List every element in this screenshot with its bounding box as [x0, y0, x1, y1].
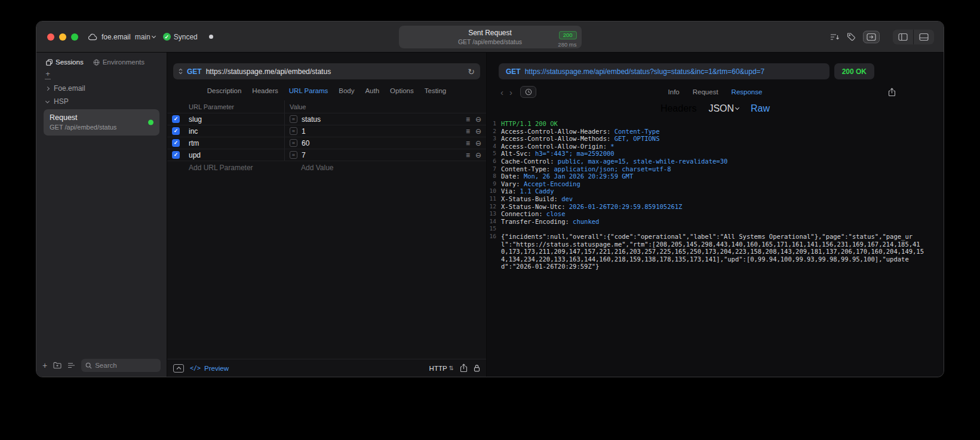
- request-tab-description[interactable]: Description: [207, 87, 242, 94]
- response-tab-info[interactable]: Info: [668, 88, 680, 96]
- resend-icon[interactable]: ↻: [468, 67, 475, 76]
- request-tab-url-params[interactable]: URL Params: [289, 87, 328, 94]
- param-value[interactable]: 7: [302, 151, 306, 159]
- export-response-icon[interactable]: [888, 88, 896, 97]
- param-row: ✓upd=7≡⊖: [167, 149, 486, 161]
- close-button[interactable]: [47, 33, 54, 41]
- add-param-row[interactable]: Add URL Parameter Add Value: [167, 161, 486, 174]
- request-footer: </> Preview HTTP ⇅: [167, 359, 486, 377]
- request-url[interactable]: https://statuspage.me/api/embed/status: [206, 67, 464, 76]
- response-tab-request[interactable]: Request: [693, 88, 718, 96]
- sort-lines-icon[interactable]: [830, 33, 840, 41]
- new-folder-icon[interactable]: [53, 362, 62, 369]
- remove-param-icon[interactable]: ⊖: [475, 128, 481, 135]
- add-value-label[interactable]: Add Value: [284, 161, 457, 174]
- zoom-button[interactable]: [71, 33, 78, 41]
- sidebar-tabs: Sessions Environments: [36, 53, 167, 68]
- response-request-line[interactable]: GET https://statuspage.me/api/embed/stat…: [499, 63, 830, 79]
- expand-panel-icon[interactable]: [173, 364, 184, 373]
- drag-handle-icon[interactable]: ≡: [466, 116, 470, 123]
- param-value-cell[interactable]: =7: [284, 149, 457, 161]
- account-label[interactable]: foe.email: [102, 33, 131, 41]
- line-number: 15: [487, 225, 501, 233]
- remove-param-icon[interactable]: ⊖: [475, 152, 481, 159]
- response-subtab-raw[interactable]: Raw: [751, 103, 770, 114]
- add-request-button[interactable]: +: [42, 361, 47, 370]
- param-name[interactable]: rtm: [189, 139, 284, 147]
- code-line: 5Alt-Svc: h3=":443"; ma=2592000: [487, 150, 944, 158]
- code-icon: </>: [190, 365, 201, 371]
- panel-bottom-icon[interactable]: [913, 29, 934, 44]
- param-value-cell[interactable]: =status: [284, 113, 457, 125]
- view-options-icon[interactable]: [67, 362, 75, 368]
- synced-label: Synced: [174, 33, 198, 41]
- history-forward-icon[interactable]: ›: [506, 87, 515, 97]
- param-value-cell[interactable]: =60: [284, 137, 457, 149]
- method-stepper-icon[interactable]: [179, 68, 183, 75]
- param-enabled-checkbox[interactable]: ✓: [172, 151, 180, 159]
- sidebar-footer: +: [36, 354, 167, 377]
- toolbar: [830, 29, 934, 44]
- history-clock-icon[interactable]: [520, 86, 536, 98]
- request-tab-options[interactable]: Options: [390, 87, 414, 94]
- remove-param-icon[interactable]: ⊖: [475, 140, 481, 147]
- response-tab-response[interactable]: Response: [732, 88, 763, 96]
- request-tab-auth[interactable]: Auth: [365, 87, 379, 94]
- response-body[interactable]: 1HTTP/1.1 200 OK2Access-Control-Allow-He…: [487, 120, 944, 377]
- request-url-bar[interactable]: GET https://statuspage.me/api/embed/stat…: [173, 63, 480, 79]
- param-value[interactable]: 1: [302, 127, 306, 136]
- response-pane: GET https://statuspage.me/api/embed/stat…: [487, 53, 944, 377]
- param-enabled-checkbox[interactable]: ✓: [172, 127, 180, 135]
- history-back-icon[interactable]: ‹: [497, 87, 506, 97]
- request-tab-testing[interactable]: Testing: [425, 87, 446, 94]
- param-value[interactable]: status: [302, 115, 321, 124]
- response-subtab-json[interactable]: JSON: [708, 103, 739, 114]
- branch-selector[interactable]: main: [135, 33, 155, 41]
- request-tab-body[interactable]: Body: [339, 87, 354, 94]
- minimize-button[interactable]: [59, 33, 66, 41]
- param-enabled-checkbox[interactable]: ✓: [172, 139, 180, 147]
- param-name[interactable]: slug: [189, 115, 284, 124]
- param-row: ✓inc=1≡⊖: [167, 125, 486, 137]
- drag-handle-icon[interactable]: ≡: [466, 152, 470, 159]
- drag-handle-icon[interactable]: ≡: [466, 140, 470, 147]
- search-input[interactable]: [95, 362, 156, 369]
- column-header-parameter: URL Parameter: [189, 103, 284, 110]
- import-export-icon[interactable]: [863, 30, 880, 43]
- code-line: 7Content-Type: application/json; charset…: [487, 165, 944, 173]
- success-dot: [148, 120, 153, 125]
- tab-environments[interactable]: Environments: [93, 59, 145, 66]
- equals-icon: =: [290, 127, 297, 135]
- lock-icon: [474, 364, 480, 372]
- param-enabled-checkbox[interactable]: ✓: [172, 115, 180, 123]
- param-value-cell[interactable]: =1: [284, 125, 457, 137]
- request-list-item[interactable]: Request GET /api/embed/status: [44, 109, 159, 136]
- request-summary[interactable]: Sent Request GET /api/embed/status 200 2…: [399, 26, 582, 48]
- tree-item-foe-email[interactable]: Foe.email: [41, 82, 162, 95]
- param-name[interactable]: inc: [189, 127, 284, 136]
- protocol-selector[interactable]: HTTP ⇅: [429, 365, 454, 372]
- code-line: 11X-Status-Build: dev: [487, 195, 944, 203]
- param-row: ✓rtm=60≡⊖: [167, 137, 486, 149]
- response-subtab-headers[interactable]: Headers: [660, 103, 696, 114]
- param-name[interactable]: upd: [189, 151, 284, 159]
- response-header: GET https://statuspage.me/api/embed/stat…: [487, 53, 944, 79]
- tab-sessions[interactable]: Sessions: [46, 59, 84, 66]
- preview-button[interactable]: </> Preview: [190, 365, 229, 372]
- search-box[interactable]: [81, 359, 161, 372]
- param-value[interactable]: 60: [302, 139, 309, 147]
- tag-icon[interactable]: [847, 33, 856, 41]
- add-session-button[interactable]: +: [45, 70, 50, 77]
- tree-item-label: HSP: [54, 97, 69, 106]
- equals-icon: =: [290, 151, 297, 159]
- tree-item-hsp[interactable]: HSP: [41, 95, 162, 108]
- request-tab-headers[interactable]: Headers: [252, 87, 278, 94]
- sessions-icon: [46, 59, 53, 66]
- sidebar-left-icon[interactable]: [893, 29, 913, 44]
- add-parameter-label[interactable]: Add URL Parameter: [189, 164, 284, 172]
- share-icon[interactable]: [460, 364, 468, 373]
- response-tabs: InfoRequestResponse: [668, 88, 763, 96]
- method-label[interactable]: GET: [187, 67, 202, 76]
- drag-handle-icon[interactable]: ≡: [466, 128, 470, 135]
- remove-param-icon[interactable]: ⊖: [475, 116, 481, 123]
